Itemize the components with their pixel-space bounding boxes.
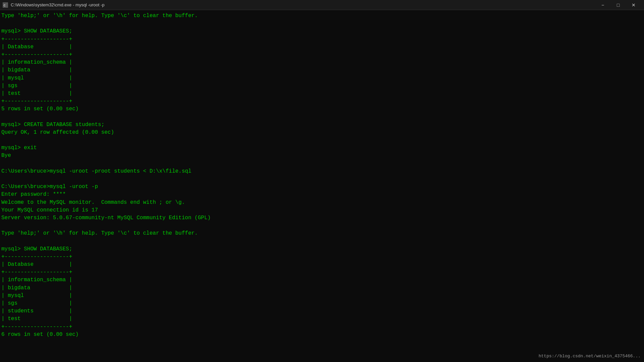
maximize-button[interactable]: □ bbox=[610, 0, 626, 10]
titlebar-left: C C:\Windows\system32\cmd.exe - mysql -u… bbox=[3, 2, 105, 8]
cmd-icon: C bbox=[3, 2, 8, 8]
watermark: https://blog.csdn.net/weixin_4375466... bbox=[539, 353, 641, 359]
titlebar: C C:\Windows\system32\cmd.exe - mysql -u… bbox=[0, 0, 644, 10]
titlebar-controls: − □ ✕ bbox=[595, 0, 641, 10]
terminal-body[interactable]: Type 'help;' or '\h' for help. Type '\c'… bbox=[0, 10, 644, 362]
minimize-button[interactable]: − bbox=[595, 0, 610, 10]
terminal-content: Type 'help;' or '\h' for help. Type '\c'… bbox=[1, 12, 643, 339]
svg-text:C: C bbox=[4, 4, 6, 7]
close-button[interactable]: ✕ bbox=[626, 0, 641, 10]
window: C C:\Windows\system32\cmd.exe - mysql -u… bbox=[0, 0, 644, 362]
titlebar-title: C:\Windows\system32\cmd.exe - mysql -uro… bbox=[11, 2, 105, 7]
